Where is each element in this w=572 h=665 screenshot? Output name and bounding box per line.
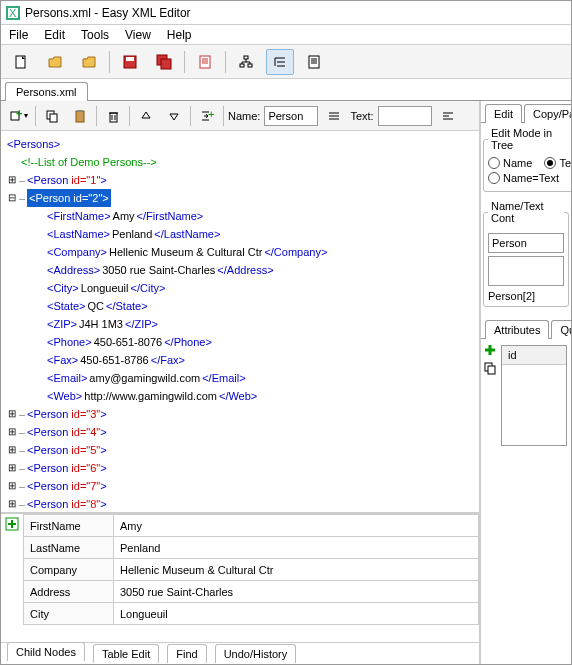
copy-button[interactable] [40, 104, 64, 128]
svg-rect-22 [309, 56, 319, 68]
text-view-button[interactable] [300, 49, 328, 75]
menu-tools[interactable]: Tools [81, 28, 109, 42]
main-toolbar [1, 45, 571, 79]
menu-edit[interactable]: Edit [44, 28, 65, 42]
tree-leaf[interactable]: <FirstName>Amy</FirstName> [7, 207, 473, 225]
tab-quick[interactable]: Quick [551, 320, 571, 339]
right-panel: Edit Copy/Paste Edit Mode in Tree Name T… [481, 101, 571, 664]
tree-leaf[interactable]: <LastName>Penland</LastName> [7, 225, 473, 243]
radio-name[interactable] [488, 157, 500, 169]
tree-leaf[interactable]: <Address>3050 rue Saint-Charles</Address… [7, 261, 473, 279]
tree-node-person[interactable]: ⊞–<Person id="8"> [7, 495, 473, 512]
attributes-tab-strip: Attributes Quick [481, 317, 571, 339]
node-text-box[interactable] [488, 256, 564, 286]
toolbar-separator [184, 51, 185, 73]
menu-help[interactable]: Help [167, 28, 192, 42]
attr-cell[interactable] [502, 365, 566, 385]
tree-node-person[interactable]: ⊞–<Person id="7"> [7, 477, 473, 495]
svg-text:X: X [9, 7, 17, 19]
edit-mode-legend: Edit Mode in Tree [488, 127, 571, 151]
tab-copy-paste[interactable]: Copy/Paste [524, 104, 571, 123]
tree-leaf[interactable]: <Email>amy@gamingwild.com</Email> [7, 369, 473, 387]
toolbar-separator [96, 106, 97, 126]
tree-node-person-1[interactable]: ⊞–<Person id="1"> [7, 171, 473, 189]
radio-name-text[interactable] [488, 172, 500, 184]
delete-button[interactable] [101, 104, 125, 128]
toolbar-separator [35, 106, 36, 126]
tab-table-edit[interactable]: Table Edit [93, 644, 159, 663]
save-all-button[interactable] [150, 49, 178, 75]
tree-node-person[interactable]: ⊞–<Person id="5"> [7, 441, 473, 459]
tab-undo-history[interactable]: Undo/History [215, 644, 297, 663]
open-file-button[interactable] [41, 49, 69, 75]
move-up-button[interactable] [134, 104, 158, 128]
toolbar-separator [190, 106, 191, 126]
tree-view-button[interactable] [266, 49, 294, 75]
align-button[interactable] [436, 104, 460, 128]
tree-toolbar: +▾ + Name: Text: [1, 101, 479, 131]
toolbar-separator [225, 51, 226, 73]
tree-leaf[interactable]: <Web>http://www.gamingwild.com</Web> [7, 387, 473, 405]
toolbar-separator [129, 106, 130, 126]
svg-rect-11 [244, 56, 248, 59]
radio-text[interactable] [544, 157, 556, 169]
text-input[interactable] [378, 106, 432, 126]
new-file-button[interactable] [7, 49, 35, 75]
tree-node-person[interactable]: ⊞–<Person id="4"> [7, 423, 473, 441]
toolbar-separator [223, 106, 224, 126]
add-row-button[interactable] [1, 514, 23, 642]
table-row[interactable]: FirstNameAmy [24, 515, 479, 537]
table-row[interactable]: CompanyHellenic Museum & Cultural Ctr [24, 559, 479, 581]
tab-child-nodes[interactable]: Child Nodes [7, 642, 85, 661]
title-bar: X Persons.xml - Easy XML Editor [1, 1, 571, 25]
copy-attribute-button[interactable] [483, 361, 497, 375]
svg-rect-13 [248, 64, 252, 67]
svg-rect-51 [488, 366, 495, 374]
tree-node-person-2[interactable]: ⊟–<Person id="2"> [7, 189, 473, 207]
structure-view-button[interactable] [232, 49, 260, 75]
tree-node-person[interactable]: ⊞–<Person id="6"> [7, 459, 473, 477]
tree-leaf[interactable]: <Fax>450-651-8786</Fax> [7, 351, 473, 369]
inline-mode-button[interactable] [322, 104, 346, 128]
content-area: +▾ + Name: Text: <Persons> <!--List of D… [1, 101, 571, 664]
tree-node-person[interactable]: ⊞–<Person id="3"> [7, 405, 473, 423]
edit-mode-group: Edit Mode in Tree Name Te Name=Text [483, 127, 571, 192]
svg-rect-7 [200, 56, 210, 68]
name-input[interactable] [264, 106, 318, 126]
property-table: FirstNameAmyLastNamePenlandCompanyHellen… [1, 512, 479, 642]
add-attribute-button[interactable] [483, 343, 497, 357]
paste-button[interactable] [68, 104, 92, 128]
tree-leaf[interactable]: <Company>Hellenic Museum & Cultural Ctr<… [7, 243, 473, 261]
node-name-input[interactable] [488, 233, 564, 253]
xml-tree[interactable]: <Persons> <!--List of Demo Persons--> ⊞–… [1, 131, 479, 512]
move-down-button[interactable] [162, 104, 186, 128]
attribute-grid[interactable]: id [501, 345, 567, 446]
svg-rect-31 [78, 110, 82, 112]
add-node-button[interactable]: +▾ [7, 104, 31, 128]
text-label: Text: [350, 110, 373, 122]
name-label: Name: [228, 110, 260, 122]
menu-view[interactable]: View [125, 28, 151, 42]
tree-pane: +▾ + Name: Text: <Persons> <!--List of D… [1, 101, 481, 664]
tab-attributes[interactable]: Attributes [485, 320, 549, 339]
document-button[interactable] [191, 49, 219, 75]
tree-leaf[interactable]: <ZIP>J4H 1M3</ZIP> [7, 315, 473, 333]
tab-find[interactable]: Find [167, 644, 206, 663]
svg-rect-6 [161, 59, 171, 69]
document-tab[interactable]: Persons.xml [5, 82, 88, 101]
table-row[interactable]: CityLongueuil [24, 603, 479, 625]
tab-edit[interactable]: Edit [485, 104, 522, 123]
indent-button[interactable]: + [195, 104, 219, 128]
table-row[interactable]: LastNamePenland [24, 537, 479, 559]
menu-bar: File Edit Tools View Help [1, 25, 571, 45]
open-folder-button[interactable] [75, 49, 103, 75]
window-title: Persons.xml - Easy XML Editor [25, 6, 191, 20]
tree-leaf[interactable]: <State>QC</State> [7, 297, 473, 315]
svg-text:+: + [16, 109, 22, 119]
tree-leaf[interactable]: <Phone>450-651-8076</Phone> [7, 333, 473, 351]
save-button[interactable] [116, 49, 144, 75]
tree-leaf[interactable]: <City>Longueuil</City> [7, 279, 473, 297]
property-grid[interactable]: FirstNameAmyLastNamePenlandCompanyHellen… [23, 514, 479, 625]
table-row[interactable]: Address3050 rue Saint-Charles [24, 581, 479, 603]
menu-file[interactable]: File [9, 28, 28, 42]
